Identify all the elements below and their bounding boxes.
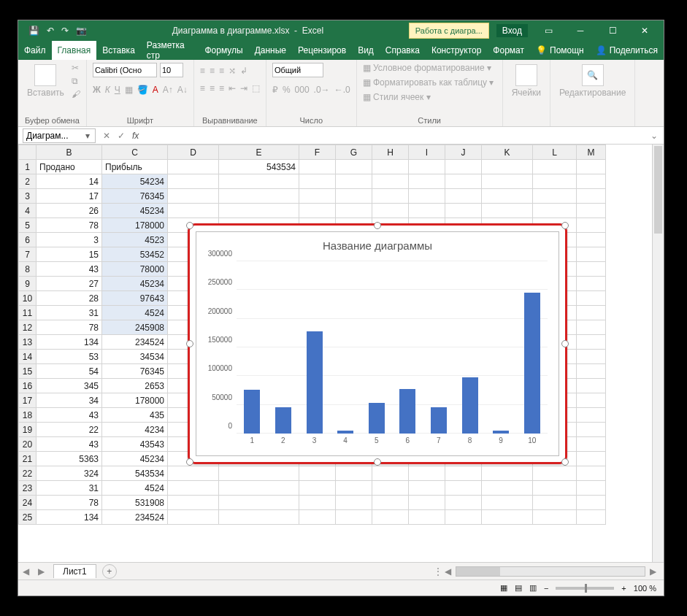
row-header-15[interactable]: 15 [19, 364, 37, 379]
cell-M24[interactable] [577, 496, 606, 510]
cell-M4[interactable] [577, 204, 606, 218]
cell-C7[interactable]: 53452 [102, 247, 168, 262]
cell-J3[interactable] [445, 189, 482, 204]
cell-B17[interactable]: 34 [37, 393, 102, 408]
align-bottom-icon[interactable]: ≡ [219, 66, 224, 76]
col-header-D[interactable]: D [168, 145, 219, 160]
col-header-M[interactable]: M [577, 145, 606, 160]
underline-button[interactable]: Ч [115, 85, 120, 95]
cell-J1[interactable] [445, 160, 482, 174]
name-box[interactable]: ▾ [23, 128, 96, 143]
copy-icon[interactable]: ⧉ [72, 76, 80, 86]
cell-M23[interactable] [577, 481, 606, 496]
cell-I23[interactable] [409, 481, 445, 496]
cell-H24[interactable] [372, 496, 409, 510]
resize-handle[interactable] [374, 222, 381, 229]
number-format-select[interactable] [272, 63, 323, 77]
cell-M5[interactable] [577, 218, 606, 233]
zoom-in-button[interactable]: + [621, 584, 626, 593]
zoom-out-button[interactable]: − [544, 584, 548, 593]
cell-K1[interactable] [482, 160, 533, 174]
row-header-13[interactable]: 13 [19, 335, 37, 350]
cell-G24[interactable] [336, 496, 372, 510]
row-header-5[interactable]: 5 [19, 218, 37, 233]
maximize-icon[interactable]: ☐ [598, 20, 627, 41]
cell-E23[interactable] [219, 481, 299, 496]
cell-G22[interactable] [336, 466, 372, 481]
cell-C11[interactable]: 4524 [102, 306, 168, 320]
row-header-14[interactable]: 14 [19, 350, 37, 364]
row-header-8[interactable]: 8 [19, 262, 37, 277]
cell-B8[interactable]: 43 [37, 262, 102, 277]
cell-B6[interactable]: 3 [37, 233, 102, 247]
decrease-decimal-icon[interactable]: ←.0 [334, 85, 350, 95]
tab-home[interactable]: Главная [52, 41, 97, 60]
minimize-icon[interactable]: ─ [566, 20, 595, 41]
cell-C14[interactable]: 34534 [102, 350, 168, 364]
cell-B12[interactable]: 78 [37, 320, 102, 335]
cell-K22[interactable] [482, 466, 533, 481]
zoom-level[interactable]: 100 % [634, 584, 656, 593]
cell-B14[interactable]: 53 [37, 350, 102, 364]
fx-icon[interactable]: fx [132, 131, 139, 141]
comma-icon[interactable]: 000 [295, 85, 310, 95]
cell-J2[interactable] [445, 174, 482, 189]
row-header-7[interactable]: 7 [19, 247, 37, 262]
bar-3[interactable] [307, 331, 323, 434]
align-right-icon[interactable]: ≡ [219, 83, 224, 93]
cell-C20[interactable]: 43543 [102, 437, 168, 452]
cell-M17[interactable] [577, 393, 606, 408]
cell-C15[interactable]: 76345 [102, 364, 168, 379]
cell-G25[interactable] [336, 510, 372, 525]
add-sheet-button[interactable]: + [102, 564, 117, 579]
cell-C24[interactable]: 531908 [102, 496, 168, 510]
cell-M7[interactable] [577, 247, 606, 262]
cell-M14[interactable] [577, 350, 606, 364]
cell-B2[interactable]: 14 [37, 174, 102, 189]
cut-icon[interactable]: ✂ [72, 63, 80, 73]
horizontal-scrollbar[interactable] [456, 566, 645, 577]
cell-K4[interactable] [482, 204, 533, 218]
tab-page-layout[interactable]: Разметка стр [141, 41, 199, 60]
cell-M13[interactable] [577, 335, 606, 350]
cell-M19[interactable] [577, 423, 606, 437]
cell-F1[interactable] [299, 160, 336, 174]
cell-C25[interactable]: 234524 [102, 510, 168, 525]
cell-J4[interactable] [445, 204, 482, 218]
sheet-area[interactable]: BCDEFGHIJKLM1ПроданоПрибыль5435342145423… [18, 145, 664, 562]
align-top-icon[interactable]: ≡ [200, 66, 205, 76]
cell-B19[interactable]: 22 [37, 423, 102, 437]
chart-title[interactable]: Название диаграммы [196, 239, 559, 252]
row-header-16[interactable]: 16 [19, 379, 37, 393]
cell-C3[interactable]: 76345 [102, 189, 168, 204]
resize-handle[interactable] [186, 340, 193, 347]
ribbon-display-icon[interactable]: ▭ [534, 20, 563, 41]
cell-M16[interactable] [577, 379, 606, 393]
cell-I4[interactable] [409, 204, 445, 218]
row-header-22[interactable]: 22 [19, 466, 37, 481]
cell-G2[interactable] [336, 174, 372, 189]
cell-F2[interactable] [299, 174, 336, 189]
cell-C18[interactable]: 435 [102, 408, 168, 423]
cell-B23[interactable]: 31 [37, 481, 102, 496]
cell-C2[interactable]: 54234 [102, 174, 168, 189]
cell-B21[interactable]: 5363 [37, 452, 102, 466]
cell-K2[interactable] [482, 174, 533, 189]
font-size-input[interactable] [160, 63, 183, 77]
decrease-font-icon[interactable]: A↓ [177, 85, 188, 95]
col-header-F[interactable]: F [299, 145, 336, 160]
view-page-break-icon[interactable]: ▥ [529, 583, 537, 593]
cell-B22[interactable]: 324 [37, 466, 102, 481]
font-name-input[interactable] [93, 63, 157, 77]
cell-M20[interactable] [577, 437, 606, 452]
cell-D24[interactable] [168, 496, 219, 510]
col-header-G[interactable]: G [336, 145, 372, 160]
cell-B1[interactable]: Продано [37, 160, 102, 174]
cell-L3[interactable] [533, 189, 577, 204]
bar-9[interactable] [493, 431, 509, 434]
cell-M12[interactable] [577, 320, 606, 335]
cell-C6[interactable]: 4523 [102, 233, 168, 247]
cell-E4[interactable] [219, 204, 299, 218]
cell-M9[interactable] [577, 277, 606, 291]
tab-data[interactable]: Данные [249, 41, 292, 60]
